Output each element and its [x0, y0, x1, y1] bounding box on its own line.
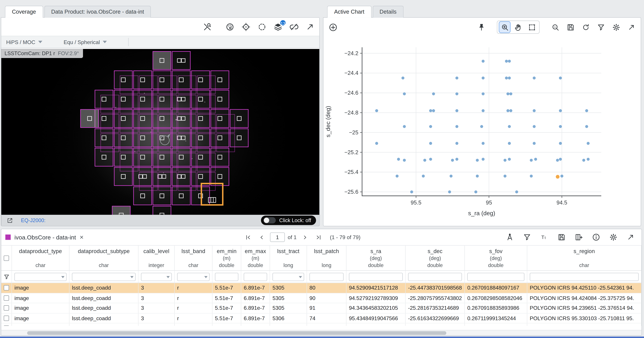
tab-data-product[interactable]: Data Product: ivoa.ObsCore - data-int	[44, 6, 151, 18]
table-row[interactable]: imagelsst.deep_coadd3r5.51e-76.891e-7530…	[1, 303, 642, 313]
layers-icon[interactable]: 13	[272, 21, 283, 32]
filter-s_dec[interactable]	[408, 273, 462, 281]
row-checkbox[interactable]	[4, 315, 9, 321]
column-header-dataproduct_subtype[interactable]: dataproduct_subtypechar	[69, 246, 138, 270]
pan-hand-icon[interactable]	[513, 22, 524, 33]
save-icon[interactable]	[556, 232, 567, 243]
data-point	[455, 109, 458, 112]
expand-icon[interactable]	[625, 232, 636, 243]
toggle-knob	[264, 218, 270, 223]
page-input[interactable]	[270, 232, 285, 242]
table-cell: r	[175, 303, 212, 313]
filter-dataproduct_type[interactable]	[14, 273, 67, 281]
paging-controls: of 1 (1 - 79 of 79)	[243, 232, 360, 243]
filter-em_min[interactable]	[215, 273, 238, 281]
external-link-icon[interactable]	[4, 215, 15, 226]
tab-details[interactable]: Details	[372, 6, 404, 18]
table-header-row: dataproduct_typechardataproduct_subtypec…	[1, 246, 642, 271]
data-point	[585, 109, 588, 112]
hips-name-label: LSSTComCam: DP1 r	[4, 51, 55, 56]
scatter-plot[interactable]: 95.59594.5−24.2−24.4−24.6−24.8−25−25.2−2…	[324, 37, 641, 223]
save-icon[interactable]	[565, 22, 576, 33]
page-next-icon[interactable]	[300, 232, 310, 243]
data-point	[482, 60, 484, 63]
click-lock-toggle[interactable]: Click Lock: off	[261, 216, 316, 225]
column-header-lsst_band[interactable]: lsst_bandchar	[175, 246, 212, 270]
coverage-image-label: LSSTComCam: DP1 rFOV:2.9°	[1, 49, 83, 58]
zoom-in-icon[interactable]	[500, 22, 510, 33]
table-row[interactable]: imagelsst.deep_coadd3r5.51e-76.891e-7530…	[1, 313, 642, 323]
table-row[interactable]: imagelsst.deep_coadd3r5.51e-76.891e-7	[1, 323, 642, 326]
unlink-icon[interactable]	[288, 21, 299, 32]
hips-moc-dropdown[interactable]: HiPS / MOC	[6, 39, 42, 45]
tab-active-chart[interactable]: Active Chart	[327, 6, 372, 18]
chart-tool-icon[interactable]	[504, 232, 515, 243]
palette-icon[interactable]	[224, 21, 235, 32]
select-marquee-icon[interactable]	[526, 22, 537, 33]
table-cell: lsst.deep_coadd	[69, 303, 138, 313]
data-table: dataproduct_typechardataproduct_subtypec…	[1, 246, 642, 326]
table-row[interactable]: imagelsst.deep_coadd3r5.51e-76.891e-7530…	[1, 293, 642, 303]
filter-icon[interactable]	[596, 22, 606, 33]
filter-calib_level[interactable]	[141, 273, 172, 281]
column-header-s_dec[interactable]: s_dec(deg)double	[406, 246, 465, 270]
chart-panel: Active Chart Details 1x	[323, 3, 641, 226]
select-all-cell[interactable]	[1, 246, 12, 270]
page-first-icon[interactable]	[243, 232, 254, 243]
refresh-icon[interactable]	[580, 22, 591, 33]
row-checkbox[interactable]	[4, 295, 9, 301]
row-checkbox[interactable]	[4, 285, 9, 291]
select-all-checkbox[interactable]	[4, 255, 9, 261]
data-point	[482, 158, 484, 161]
filter-s_region[interactable]	[530, 273, 638, 281]
pin-icon[interactable]	[476, 22, 486, 33]
column-header-em_min[interactable]: em_min(m)double	[212, 246, 241, 270]
data-point	[509, 92, 512, 95]
add-chart-icon[interactable]	[328, 22, 338, 33]
page-prev-icon[interactable]	[256, 232, 267, 243]
recenter-icon[interactable]	[240, 21, 251, 32]
filter-s_ra[interactable]	[349, 273, 403, 281]
info-icon[interactable]	[590, 232, 601, 243]
text-view-icon[interactable]: Tt	[539, 232, 550, 243]
table-cell: POLYGON ICRS 94.239651 -25.376514 94.	[527, 303, 642, 313]
column-header-dataproduct_type[interactable]: dataproduct_typechar	[12, 246, 70, 270]
coverage-map[interactable]: LSSTComCam: DP1 rFOV:2.9° EQ-J2000: Clic…	[1, 49, 319, 226]
scrollbar-thumb[interactable]	[27, 331, 446, 335]
table-row[interactable]: imagelsst.deep_coadd3r5.51e-76.891e-7530…	[1, 283, 642, 293]
row-checkbox[interactable]	[4, 305, 9, 311]
expand-icon[interactable]	[626, 22, 636, 33]
tab-coverage[interactable]: Coverage	[5, 6, 43, 18]
select-region-icon[interactable]	[256, 21, 267, 32]
coverage-overlay[interactable]	[1, 49, 319, 216]
column-header-s_region[interactable]: s_regionchar	[527, 246, 642, 270]
filter-icon[interactable]	[522, 232, 532, 243]
toggle-track[interactable]	[264, 217, 276, 224]
filter-icon[interactable]	[1, 271, 12, 282]
filter-lsst_patch[interactable]	[310, 273, 344, 281]
add-column-icon[interactable]	[573, 232, 584, 243]
close-icon[interactable]: ×	[80, 234, 84, 241]
column-header-lsst_patch[interactable]: lsst_patchlong	[307, 246, 346, 270]
filter-s_fov[interactable]	[467, 273, 524, 281]
row-checkbox[interactable]	[4, 325, 9, 326]
settings-icon[interactable]	[611, 22, 622, 33]
settings-icon[interactable]	[608, 232, 619, 243]
column-header-s_ra[interactable]: s_ra(deg)double	[346, 246, 406, 270]
filter-lsst_tract[interactable]	[272, 273, 304, 281]
horizontal-scrollbar[interactable]	[1, 330, 642, 335]
divider	[128, 38, 128, 46]
column-header-em_max[interactable]: em_max(m)double	[241, 246, 270, 270]
column-header-calib_level[interactable]: calib_levelinteger	[138, 246, 175, 270]
filter-lsst_band[interactable]	[177, 273, 210, 281]
zoom-original-icon[interactable]: 1x	[550, 22, 561, 33]
data-point	[429, 158, 432, 161]
column-header-s_fov[interactable]: s_fov(deg)double	[465, 246, 527, 270]
expand-icon[interactable]	[304, 21, 315, 32]
page-last-icon[interactable]	[313, 232, 324, 243]
column-header-lsst_tract[interactable]: lsst_tractlong	[270, 246, 307, 270]
tools-icon[interactable]	[202, 21, 212, 32]
projection-dropdown[interactable]: Equ / Spherical	[64, 39, 107, 45]
filter-em_max[interactable]	[244, 273, 267, 281]
filter-dataproduct_subtype[interactable]	[72, 273, 136, 281]
